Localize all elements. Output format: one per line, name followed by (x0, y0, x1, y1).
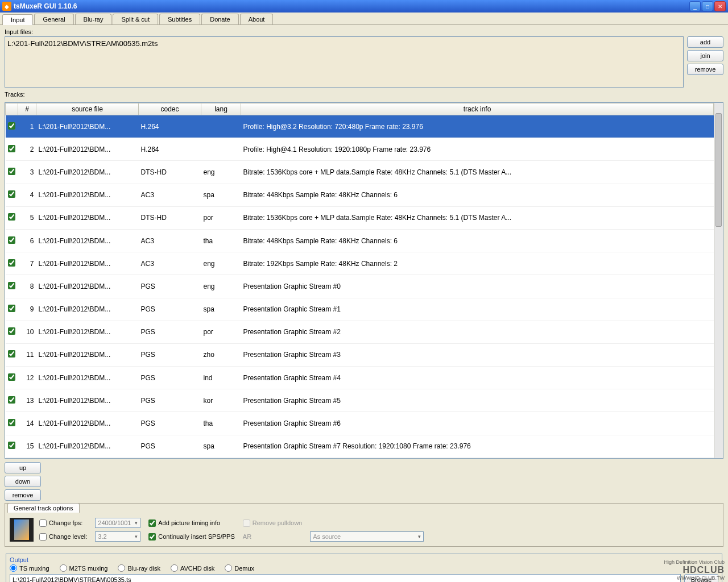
tracks-scrollbar[interactable] (714, 103, 723, 458)
output-radio-ts-muxing[interactable]: TS muxing (10, 564, 49, 572)
track-lang: kor (201, 389, 241, 412)
col-codec[interactable]: codec (139, 103, 201, 115)
table-row[interactable]: 13 L:\201-Full\2012\BDM... PGS kor Prese… (6, 389, 714, 412)
cont-sps-label: Continually insert SPS/PPS (158, 533, 235, 540)
output-path-input[interactable] (10, 574, 681, 582)
tab-input[interactable]: Input (2, 14, 33, 25)
table-row[interactable]: 14 L:\201-Full\2012\BDM... PGS tha Prese… (6, 412, 714, 435)
track-checkbox[interactable] (8, 168, 15, 175)
track-n: 2 (18, 138, 36, 161)
up-button[interactable]: up (5, 462, 41, 473)
track-checkbox[interactable] (8, 373, 15, 381)
tab-subtitles[interactable]: Subtitles (159, 14, 200, 24)
track-checkbox[interactable] (8, 122, 15, 130)
track-src: L:\201-Full\2012\BDM... (36, 298, 139, 321)
track-n: 3 (18, 161, 36, 184)
track-src: L:\201-Full\2012\BDM... (36, 321, 139, 343)
change-fps-checkbox[interactable] (39, 519, 47, 527)
track-codec: AC3 (139, 184, 201, 206)
col-check[interactable] (6, 103, 18, 115)
table-row[interactable]: 1 L:\201-Full\2012\BDM... H.264 Profile:… (6, 115, 714, 138)
track-info: Bitrate: 1536Kbps core + MLP data.Sample… (241, 206, 714, 229)
remove-pulldown-checkbox (243, 519, 250, 527)
track-n: 10 (18, 321, 36, 343)
track-lang: tha (201, 412, 241, 435)
track-lang: por (201, 206, 241, 229)
change-level-checkbox[interactable] (39, 533, 47, 541)
tab-general[interactable]: General (34, 14, 73, 24)
minimize-button[interactable]: _ (689, 1, 701, 11)
track-lang: por (201, 321, 241, 343)
output-radio-blu-ray-disk[interactable]: Blu-ray disk (118, 564, 160, 572)
table-row[interactable]: 7 L:\201-Full\2012\BDM... AC3 eng Bitrat… (6, 252, 714, 275)
track-codec: DTS-HD (139, 161, 201, 184)
level-combo[interactable]: 3.2 (95, 531, 140, 542)
table-row[interactable]: 8 L:\201-Full\2012\BDM... PGS eng Presen… (6, 275, 714, 298)
track-info: Presentation Graphic Stream #5 (241, 389, 714, 412)
tab-donate[interactable]: Donate (201, 14, 238, 24)
ar-label: AR (243, 533, 302, 540)
table-row[interactable]: 4 L:\201-Full\2012\BDM... AC3 spa Bitrat… (6, 184, 714, 206)
track-checkbox[interactable] (8, 350, 15, 357)
table-row[interactable]: 6 L:\201-Full\2012\BDM... AC3 tha Bitrat… (6, 229, 714, 252)
gto-tab[interactable]: General track options (7, 503, 80, 513)
tab-split-cut[interactable]: Split & cut (113, 14, 158, 24)
app-icon: ◆ (2, 2, 11, 11)
track-info: Profile: High@4.1 Resolution: 1920:1080p… (241, 138, 714, 161)
add-pic-timing-checkbox[interactable] (148, 519, 156, 527)
track-lang: spa (201, 184, 241, 206)
track-src: L:\201-Full\2012\BDM... (36, 275, 139, 298)
add-button[interactable]: add (687, 36, 723, 48)
table-row[interactable]: 15 L:\201-Full\2012\BDM... PGS spa Prese… (6, 435, 714, 458)
track-lang: eng (201, 275, 241, 298)
output-radio-demux[interactable]: Demux (225, 564, 254, 572)
close-button[interactable]: ✕ (714, 1, 726, 11)
table-row[interactable]: 12 L:\201-Full\2012\BDM... PGS ind Prese… (6, 367, 714, 389)
track-checkbox[interactable] (8, 305, 15, 312)
maximize-button[interactable]: □ (702, 1, 713, 11)
track-checkbox[interactable] (8, 419, 15, 426)
table-row[interactable]: 5 L:\201-Full\2012\BDM... DTS-HD por Bit… (6, 206, 714, 229)
track-checkbox[interactable] (8, 327, 15, 335)
col-n[interactable]: # (18, 103, 36, 115)
col-info[interactable]: track info (241, 103, 714, 115)
track-checkbox[interactable] (8, 282, 15, 289)
track-src: L:\201-Full\2012\BDM... (36, 161, 139, 184)
join-button[interactable]: join (687, 50, 723, 61)
col-lang[interactable]: lang (201, 103, 241, 115)
track-src: L:\201-Full\2012\BDM... (36, 367, 139, 389)
remove-track-button[interactable]: remove (5, 489, 41, 501)
track-lang: ind (201, 367, 241, 389)
track-lang: spa (201, 298, 241, 321)
down-button[interactable]: down (5, 476, 41, 487)
remove-button[interactable]: remove (687, 64, 723, 75)
track-checkbox[interactable] (8, 442, 15, 449)
track-info: Bitrate: 448Kbps Sample Rate: 48KHz Chan… (241, 184, 714, 206)
tracks-table[interactable]: # source file codec lang track info 1 L:… (5, 102, 723, 459)
track-codec: PGS (139, 343, 201, 366)
track-checkbox[interactable] (8, 259, 15, 267)
track-checkbox[interactable] (8, 190, 15, 198)
col-source[interactable]: source file (36, 103, 139, 115)
tab-about[interactable]: About (240, 14, 274, 24)
track-checkbox[interactable] (8, 145, 15, 152)
track-checkbox[interactable] (8, 396, 15, 404)
table-row[interactable]: 10 L:\201-Full\2012\BDM... PGS por Prese… (6, 321, 714, 343)
output-legend: Output (10, 556, 718, 563)
input-files-list[interactable]: L:\201-Full\2012\BDMV\STREAM\00535.m2ts (5, 36, 684, 88)
table-row[interactable]: 11 L:\201-Full\2012\BDM... PGS zho Prese… (6, 343, 714, 366)
change-level-label: Change level: (49, 533, 87, 540)
track-checkbox[interactable] (8, 236, 15, 244)
table-row[interactable]: 9 L:\201-Full\2012\BDM... PGS spa Presen… (6, 298, 714, 321)
track-n: 9 (18, 298, 36, 321)
track-checkbox[interactable] (8, 213, 15, 221)
table-row[interactable]: 3 L:\201-Full\2012\BDM... DTS-HD eng Bit… (6, 161, 714, 184)
table-row[interactable]: 2 L:\201-Full\2012\BDM... H.264 Profile:… (6, 138, 714, 161)
track-info: Bitrate: 448Kbps Sample Rate: 48KHz Chan… (241, 229, 714, 252)
fps-combo[interactable]: 24000/1001 (95, 518, 140, 528)
cont-sps-checkbox[interactable] (148, 533, 156, 541)
output-radio-m-ts-muxing[interactable]: M2TS muxing (60, 564, 108, 572)
output-radio-avchd-disk[interactable]: AVCHD disk (171, 564, 214, 572)
track-n: 1 (18, 115, 36, 138)
tab-blu-ray[interactable]: Blu-ray (75, 14, 112, 24)
